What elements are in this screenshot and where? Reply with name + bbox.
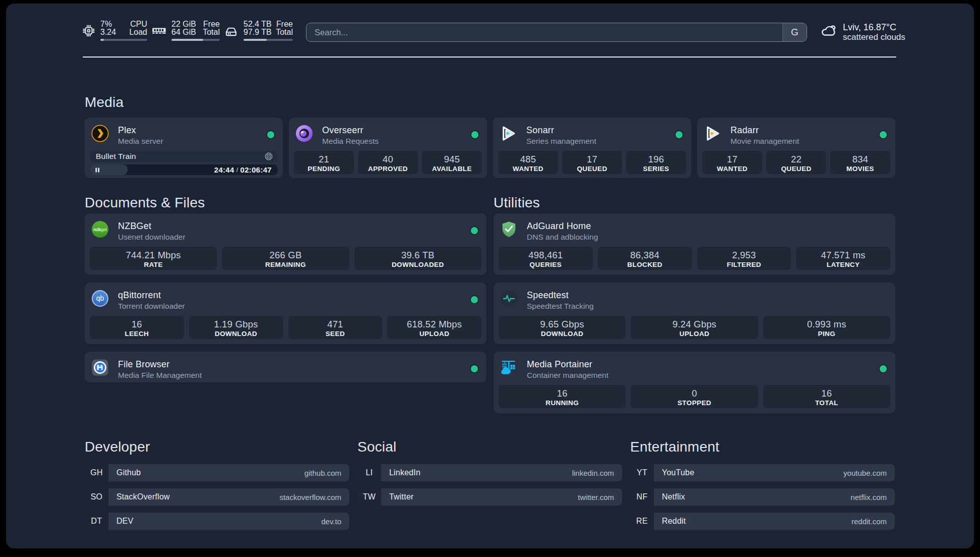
service-name: Media Portainer	[527, 359, 608, 370]
bookmark-youtube[interactable]: YT YouTube youtube.com	[630, 464, 895, 481]
bookmark-abbr: SO	[85, 488, 108, 506]
service-name: Radarr	[730, 125, 799, 136]
service-card-sonarr[interactable]: Sonarr Series management 485 WANTED 17 Q…	[493, 118, 691, 178]
section-title-media: Media	[85, 94, 124, 110]
bookmark-twitter[interactable]: TW Twitter twitter.com	[357, 488, 622, 506]
nzbget-header: nzbget NZBGet Usenet downloader	[91, 220, 466, 242]
playback-progress-fill	[90, 164, 128, 175]
elapsed-time: 24:44	[214, 165, 234, 174]
search-provider-button[interactable]: G	[782, 23, 807, 41]
stat-value: 86,384	[598, 250, 692, 260]
stat-adguard-queries: 498,461 QUERIES	[499, 247, 593, 270]
stat-label: LEECH	[90, 330, 184, 338]
service-name: Overseerr	[322, 125, 379, 136]
stat-value: 21	[294, 154, 354, 164]
stat-value: 834	[830, 154, 890, 164]
bookmark-name: DEV	[116, 517, 134, 526]
stat-value: 40	[358, 154, 418, 164]
bookmark-body: StackOverflow stackoverflow.com	[108, 488, 349, 506]
sonarr-icon	[500, 125, 517, 142]
stat-label: UPLOAD	[387, 330, 481, 338]
bookmark-dev[interactable]: DT DEV dev.to	[85, 513, 349, 530]
stat-value: 16	[763, 388, 890, 399]
stat-qbittorrent-seed: 471 SEED	[288, 316, 383, 339]
bookmark-name: Twitter	[389, 492, 414, 502]
disk-label-2: Total	[276, 28, 293, 36]
service-card-filebrowser[interactable]: File Browser Media File Management	[85, 352, 486, 382]
status-dot-online	[267, 131, 274, 138]
overseerr-title-block: Overseerr Media Requests	[322, 125, 379, 146]
memory-value-1: 22 GiB	[171, 20, 196, 28]
service-description: Container management	[527, 370, 608, 380]
bookmark-netflix[interactable]: NF Netflix netflix.com	[630, 488, 895, 506]
now-playing-row: Bullet Train	[90, 151, 278, 162]
service-description: Usenet downloader	[118, 232, 186, 242]
bookmark-github[interactable]: GH Github github.com	[85, 464, 349, 481]
stat-portainer-running: 16 RUNNING	[499, 385, 626, 408]
bookmark-reddit[interactable]: RE Reddit reddit.com	[630, 513, 895, 530]
stat-label: WANTED	[498, 165, 558, 173]
section-title-entertainment: Entertainment	[630, 439, 719, 455]
bookmark-abbr: LI	[357, 464, 381, 481]
service-description: Torrent downloader	[118, 301, 185, 311]
stat-label: AVAILABLE	[422, 165, 482, 173]
memory-label-1: Free	[203, 20, 220, 28]
disk-value-1: 52.4 TB	[243, 20, 272, 28]
qbittorrent-header: qb qBittorrent Torrent downloader	[91, 290, 466, 311]
stat-value: 1.19 Gbps	[189, 319, 283, 329]
portainer-stats: 16 RUNNING 0 STOPPED 16 TOTAL	[499, 385, 890, 408]
service-card-adguard[interactable]: AdGuard Home DNS and adblocking 498,461 …	[494, 213, 895, 275]
weather-widget[interactable]: Lviv, 16.87°C scattered clouds	[821, 22, 905, 42]
cpu-line1: 7%CPU	[100, 20, 147, 28]
bookmark-column-entertainment: YT YouTube youtube.com NF Netflix netfli…	[630, 464, 895, 530]
bookmark-name: StackOverflow	[116, 492, 170, 502]
stat-overseerr-approved: 40 APPROVED	[358, 151, 418, 174]
qbittorrent-stats: 16 LEECH 1.19 Gbps DOWNLOAD 471 SEED 618…	[90, 316, 481, 339]
radarr-icon	[704, 125, 721, 142]
bookmark-linkedin[interactable]: LI LinkedIn linkedin.com	[357, 464, 622, 481]
service-card-plex[interactable]: Plex Media server Bullet Train 24:44/02:…	[85, 118, 283, 178]
cpu-usage-bar	[100, 39, 147, 41]
stat-speedtest-ping: 0.993 ms PING	[763, 316, 890, 339]
service-card-qbittorrent[interactable]: qb qBittorrent Torrent downloader 16 LEE…	[85, 283, 486, 344]
bookmark-body: Netflix netflix.com	[654, 488, 895, 506]
stat-qbittorrent-upload: 618.52 Mbps UPLOAD	[387, 316, 481, 339]
stat-value: 9.65 Gbps	[499, 319, 626, 329]
section-title-utilities: Utilities	[494, 195, 540, 211]
service-card-speedtest[interactable]: Speedtest Speedtest Tracking 9.65 Gbps D…	[494, 283, 895, 344]
filebrowser-title-block: File Browser Media File Management	[118, 359, 202, 380]
qbittorrent-icon: qb	[91, 290, 109, 307]
service-description: Media Requests	[322, 136, 379, 146]
cpu-icon	[83, 25, 95, 41]
service-card-portainer[interactable]: Media Portainer Container management 16 …	[494, 352, 895, 413]
stat-overseerr-pending: 21 PENDING	[294, 151, 354, 174]
service-card-overseerr[interactable]: Overseerr Media Requests 21 PENDING 40 A…	[289, 118, 487, 178]
disk-label-1: Free	[276, 20, 293, 28]
bookmark-stackoverflow[interactable]: SO StackOverflow stackoverflow.com	[85, 488, 349, 506]
search-input[interactable]	[307, 23, 782, 41]
stat-value: 471	[288, 319, 383, 329]
stat-label: QUERIES	[499, 261, 593, 269]
stat-label: LATENCY	[796, 261, 890, 269]
bookmark-name: Netflix	[662, 492, 685, 502]
memory-line1: 22 GiBFree	[171, 20, 220, 28]
stat-label: QUEUED	[766, 165, 826, 173]
stat-label: MOVIES	[830, 165, 890, 173]
service-name: AdGuard Home	[527, 220, 598, 232]
stat-label: RATE	[90, 261, 217, 269]
bookmark-body: LinkedIn linkedin.com	[381, 464, 622, 481]
stat-label: BLOCKED	[598, 261, 692, 269]
stat-label: FILTERED	[697, 261, 791, 269]
service-card-nzbget[interactable]: nzbget NZBGet Usenet downloader 744.21 M…	[85, 213, 486, 275]
playback-time: 24:44/02:06:47	[214, 164, 272, 175]
service-card-radarr[interactable]: Radarr Movie management 17 WANTED 22 QUE…	[697, 118, 895, 178]
stat-value: 0	[631, 388, 758, 399]
camera-iris-icon	[265, 152, 273, 160]
service-name: qBittorrent	[118, 290, 185, 301]
stat-value: 17	[702, 154, 762, 164]
stat-value: 196	[626, 154, 686, 164]
status-dot-online	[471, 227, 478, 234]
disk-icon	[224, 25, 238, 41]
weather-location-temp: Lviv, 16.87°C	[843, 22, 905, 32]
stat-value: 498,461	[499, 250, 593, 260]
